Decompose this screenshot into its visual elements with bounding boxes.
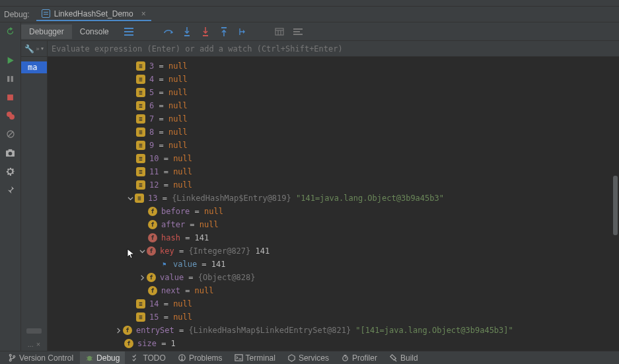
problems-icon — [178, 353, 186, 362]
frames-panel[interactable]: ma ...× — [21, 57, 48, 351]
slot-15[interactable]: ≡ 15 = null — [48, 310, 619, 324]
stop-icon[interactable] — [5, 91, 17, 103]
array-slot-icon: ≡ — [136, 114, 145, 124]
field-icon: f — [123, 326, 132, 335]
array-slot-icon: ≡ — [136, 101, 145, 110]
pause-icon[interactable] — [5, 73, 17, 85]
slot-14[interactable]: ≡ 14 = null — [48, 297, 619, 310]
svg-point-36 — [343, 356, 347, 361]
svg-line-37 — [345, 357, 346, 359]
terminal-icon — [235, 353, 243, 362]
frames-close-icon[interactable]: × — [36, 340, 40, 348]
slot-8[interactable]: ≡8 = null — [48, 126, 619, 139]
eval-left-gutter[interactable]: 🔧»▾ — [21, 41, 48, 56]
frames-scroll-thumb[interactable] — [26, 328, 42, 334]
field-key[interactable]: f key = {Integer@827} 141 — [48, 244, 619, 258]
slot-7[interactable]: ≡7 = null — [48, 112, 619, 126]
slot-13[interactable]: ≡ 13 = {LinkedHashMap$Entry@819} "141=ja… — [48, 192, 619, 205]
run-to-cursor-icon[interactable] — [237, 26, 248, 37]
svg-rect-12 — [124, 34, 133, 36]
status-debug[interactable]: Debug — [80, 351, 125, 364]
run-config-tab[interactable]: LinkedHashSet_Demo × — [36, 8, 151, 21]
evaluate-expression-icon[interactable] — [274, 26, 285, 37]
status-profiler[interactable]: Profiler — [336, 351, 382, 364]
field-entryset[interactable]: f entrySet = {LinkedHashMap$LinkedEntryS… — [48, 324, 619, 337]
slot-10[interactable]: ≡10 = null — [48, 152, 619, 165]
status-bar: Version Control Debug TODO Problems Term… — [0, 351, 619, 364]
field-after[interactable]: f after = null — [48, 218, 619, 231]
field-icon: f — [148, 220, 157, 229]
slot-11[interactable]: ≡11 = null — [48, 165, 619, 178]
trace-icon[interactable] — [293, 26, 303, 37]
step-into-icon[interactable] — [182, 26, 192, 37]
field-size[interactable]: f size = 1 — [48, 337, 619, 350]
field-value[interactable]: f value = {Object@828} — [48, 271, 619, 284]
threads-icon[interactable] — [124, 26, 134, 37]
variables-scrollbar[interactable] — [613, 176, 618, 235]
field-key-value[interactable]: ⚑ value = 141 — [48, 258, 619, 271]
svg-rect-14 — [203, 35, 208, 36]
pin-icon[interactable] — [5, 184, 17, 196]
status-problems[interactable]: Problems — [172, 351, 228, 364]
step-over-icon[interactable] — [163, 26, 174, 37]
slot-12[interactable]: ≡12 = null — [48, 178, 619, 192]
array-slot-icon: ≡ — [136, 61, 145, 71]
array-slot-icon: ≡ — [136, 154, 145, 163]
array-slot-icon: ≡ — [135, 194, 144, 203]
svg-point-26 — [87, 356, 92, 361]
frame-selected[interactable]: ma — [21, 61, 47, 73]
svg-rect-2 — [7, 94, 13, 100]
debug-header: Debug: LinkedHashSet_Demo × — [0, 7, 619, 22]
view-breakpoints-icon[interactable] — [5, 110, 17, 122]
status-terminal[interactable]: Terminal — [229, 351, 281, 364]
flag-icon: ⚑ — [160, 260, 169, 269]
camera-icon[interactable] — [5, 147, 17, 159]
debug-label: Debug: — [4, 10, 30, 19]
array-slot-icon: ≡ — [136, 127, 145, 137]
slot-6[interactable]: ≡6 = null — [48, 99, 619, 112]
todo-icon — [131, 353, 140, 362]
field-hash[interactable]: f hash = 141 — [48, 231, 619, 244]
variables-panel[interactable]: ≡3 = null≡4 = null≡5 = null≡6 = null≡7 =… — [48, 57, 619, 351]
svg-point-23 — [9, 354, 11, 356]
status-services[interactable]: Services — [282, 351, 334, 364]
status-version-control[interactable]: Version Control — [3, 351, 79, 364]
array-slot-icon: ≡ — [136, 75, 145, 84]
status-todo[interactable]: TODO — [126, 351, 170, 364]
chevron-right-icon[interactable] — [137, 275, 147, 281]
mute-breakpoints-icon[interactable] — [5, 128, 17, 140]
chevron-right-icon[interactable] — [114, 328, 123, 334]
evaluate-input[interactable] — [48, 44, 619, 54]
services-icon — [287, 353, 296, 362]
settings-icon[interactable] — [5, 165, 17, 177]
slot-3[interactable]: ≡3 = null — [48, 59, 619, 73]
slot-9[interactable]: ≡9 = null — [48, 139, 619, 152]
resume-icon[interactable] — [5, 54, 17, 66]
status-build[interactable]: Build — [384, 351, 423, 364]
svg-rect-8 — [9, 149, 13, 151]
chevron-down-icon[interactable] — [126, 196, 135, 201]
slot-5[interactable]: ≡5 = null — [48, 86, 619, 99]
tab-debugger[interactable]: Debugger — [21, 24, 72, 39]
field-before[interactable]: f before = null — [48, 205, 619, 218]
rerun-icon[interactable] — [5, 25, 17, 37]
svg-rect-22 — [293, 34, 303, 35]
array-slot-icon: ≡ — [136, 167, 145, 176]
field-next[interactable]: f next = null — [48, 284, 619, 297]
svg-point-25 — [13, 355, 15, 357]
wrench-icon: 🔧 — [24, 44, 34, 54]
svg-rect-16 — [275, 28, 283, 35]
force-step-into-icon[interactable] — [200, 26, 211, 37]
bug-icon — [85, 353, 94, 362]
svg-point-4 — [9, 114, 15, 120]
chevron-down-icon[interactable] — [137, 248, 147, 254]
run-config-name: LinkedHashSet_Demo — [54, 9, 133, 18]
step-out-icon[interactable] — [219, 26, 229, 37]
slot-4[interactable]: ≡4 = null — [48, 73, 619, 86]
svg-rect-21 — [293, 31, 300, 32]
array-slot-icon: ≡ — [136, 88, 145, 97]
close-icon[interactable]: × — [141, 9, 146, 18]
tab-console[interactable]: Console — [72, 24, 117, 39]
array-slot-icon: ≡ — [136, 312, 145, 322]
build-icon — [389, 353, 398, 362]
